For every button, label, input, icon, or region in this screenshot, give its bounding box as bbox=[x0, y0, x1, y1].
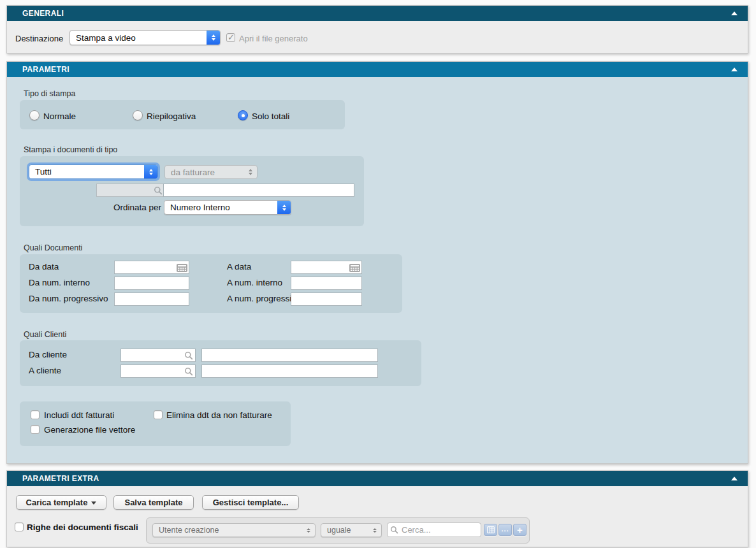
da-data-label: Da data bbox=[29, 262, 59, 271]
a-num-progressivo-input[interactable] bbox=[291, 292, 362, 306]
collapse-arrow-icon[interactable] bbox=[731, 68, 738, 71]
radio-solo-totali[interactable] bbox=[238, 110, 248, 120]
radio-normale[interactable] bbox=[29, 110, 40, 120]
generazione-vettore-checkbox[interactable] bbox=[31, 425, 40, 434]
a-num-interno-label: A num. interno bbox=[227, 278, 282, 287]
table-icon bbox=[487, 526, 495, 533]
chevron-down-icon bbox=[149, 173, 153, 175]
plus-icon: + bbox=[517, 525, 523, 535]
panel-generali: GENERALI Destinazione Stampa a video Apr… bbox=[6, 5, 748, 54]
da-num-interno-input[interactable] bbox=[114, 277, 189, 290]
menu-down-icon bbox=[91, 501, 96, 505]
table-view-button[interactable] bbox=[484, 524, 497, 536]
quali-documenti-label: Quali Documenti bbox=[24, 243, 82, 252]
carica-template-button[interactable]: Carica template bbox=[16, 495, 106, 510]
a-cliente-code-input[interactable] bbox=[120, 364, 196, 378]
a-cliente-name-input[interactable] bbox=[201, 364, 378, 378]
search-icon bbox=[184, 367, 193, 379]
stato-fatturazione-dropdown-value: da fatturare bbox=[171, 168, 215, 177]
add-filter-button[interactable]: + bbox=[513, 524, 527, 536]
descrizione-tipo-input[interactable] bbox=[163, 184, 354, 197]
apri-file-checkbox[interactable] bbox=[226, 33, 235, 42]
chevron-up-icon bbox=[282, 205, 286, 207]
chevron-down-icon bbox=[282, 208, 286, 211]
da-data-input[interactable] bbox=[114, 261, 189, 274]
filter-operator-dropdown: uguale bbox=[321, 523, 382, 537]
dropdown-stepper bbox=[207, 30, 221, 45]
righe-documenti-fiscali-checkbox[interactable] bbox=[15, 523, 24, 531]
radio-riepilogativa[interactable] bbox=[133, 110, 143, 120]
filter-search-field[interactable] bbox=[387, 523, 481, 537]
search-icon bbox=[184, 351, 193, 363]
chevron-down-icon bbox=[249, 173, 252, 175]
chevron-up-icon bbox=[373, 528, 377, 530]
parametri-header[interactable]: PARAMETRI bbox=[7, 62, 748, 77]
ordinata-per-label: Ordinata per bbox=[104, 203, 161, 212]
da-num-interno-label: Da num. interno bbox=[29, 278, 90, 287]
chevron-up-icon bbox=[249, 169, 252, 171]
more-options-button[interactable]: ... bbox=[498, 524, 512, 536]
a-data-label: A data bbox=[227, 262, 251, 271]
flags-group bbox=[20, 401, 291, 446]
apri-file-label: Apri il file generato bbox=[239, 34, 308, 43]
stato-fatturazione-dropdown: da fatturare bbox=[164, 165, 258, 179]
filter-field-dropdown-value: Utente creazione bbox=[159, 526, 219, 535]
dropdown-stepper bbox=[368, 523, 382, 537]
includi-ddt-checkbox[interactable] bbox=[31, 410, 40, 419]
quali-clienti-group bbox=[20, 340, 421, 386]
dropdown-stepper bbox=[277, 200, 291, 215]
da-num-progressivo-label: Da num. progressivo bbox=[29, 294, 108, 303]
chevron-up-icon bbox=[212, 34, 215, 37]
ordinata-per-dropdown[interactable]: Numero Interno bbox=[164, 200, 291, 215]
chevron-up-icon bbox=[149, 169, 153, 171]
collapse-arrow-icon[interactable] bbox=[731, 11, 738, 15]
parametri-extra-header[interactable]: PARAMETRI EXTRA bbox=[7, 471, 748, 486]
radio-riepilogativa-label: Riepilogativa bbox=[147, 112, 196, 121]
quali-clienti-label: Quali Clienti bbox=[24, 330, 66, 339]
gestisci-template-button[interactable]: Gestisci template... bbox=[202, 495, 299, 510]
chevron-down-icon bbox=[212, 38, 215, 41]
destinazione-dropdown[interactable]: Stampa a video bbox=[69, 30, 221, 45]
da-num-progressivo-input[interactable] bbox=[114, 292, 189, 306]
da-cliente-code-input[interactable] bbox=[120, 349, 196, 362]
documenti-tipo-label: Stampa i documenti di tipo bbox=[24, 145, 117, 154]
search-icon bbox=[154, 186, 163, 198]
a-cliente-label: A cliente bbox=[29, 366, 61, 375]
ellipsis-icon: ... bbox=[501, 526, 509, 531]
codice-tipo-search-input bbox=[96, 184, 165, 197]
calendar-icon[interactable] bbox=[349, 263, 360, 275]
da-cliente-name-input[interactable] bbox=[201, 349, 378, 362]
tipo-di-stampa-label: Tipo di stampa bbox=[24, 89, 76, 98]
generali-title: GENERALI bbox=[22, 9, 64, 18]
filter-search-input[interactable] bbox=[400, 524, 478, 535]
gestisci-template-label: Gestisci template... bbox=[213, 498, 289, 507]
a-data-input[interactable] bbox=[291, 261, 362, 274]
tipo-documento-dropdown-value: Tutti bbox=[35, 167, 52, 177]
da-cliente-label: Da cliente bbox=[29, 350, 67, 359]
radio-normale-label: Normale bbox=[43, 112, 76, 121]
generali-header[interactable]: GENERALI bbox=[7, 6, 748, 21]
tipo-documento-dropdown[interactable]: Tutti bbox=[29, 164, 158, 179]
salva-template-button[interactable]: Salva template bbox=[113, 495, 194, 510]
ordinata-per-dropdown-value: Numero Interno bbox=[170, 203, 230, 212]
calendar-icon[interactable] bbox=[177, 263, 187, 275]
elimina-ddt-checkbox[interactable] bbox=[154, 410, 163, 419]
parametri-title: PARAMETRI bbox=[22, 65, 69, 74]
search-icon bbox=[390, 526, 398, 534]
collapse-arrow-icon[interactable] bbox=[731, 477, 738, 480]
chevron-down-icon bbox=[373, 531, 377, 533]
panel-parametri: PARAMETRI Tipo di stampa Normale Riepilo… bbox=[6, 61, 748, 464]
carica-template-label: Carica template bbox=[26, 498, 88, 507]
destinazione-label: Destinazione bbox=[15, 34, 63, 43]
destinazione-dropdown-value: Stampa a video bbox=[76, 33, 136, 43]
elimina-ddt-label: Elimina ddt da non fatturare bbox=[166, 410, 272, 420]
chevron-up-icon bbox=[307, 528, 310, 530]
parametri-extra-title: PARAMETRI EXTRA bbox=[22, 474, 99, 483]
includi-ddt-label: Includi ddt fatturati bbox=[44, 410, 114, 420]
a-num-interno-input[interactable] bbox=[291, 277, 362, 290]
dropdown-stepper bbox=[144, 164, 158, 179]
dropdown-stepper bbox=[302, 523, 316, 537]
dropdown-stepper bbox=[244, 165, 258, 179]
chevron-down-icon bbox=[307, 531, 310, 533]
filter-field-dropdown: Utente creazione bbox=[152, 523, 316, 537]
